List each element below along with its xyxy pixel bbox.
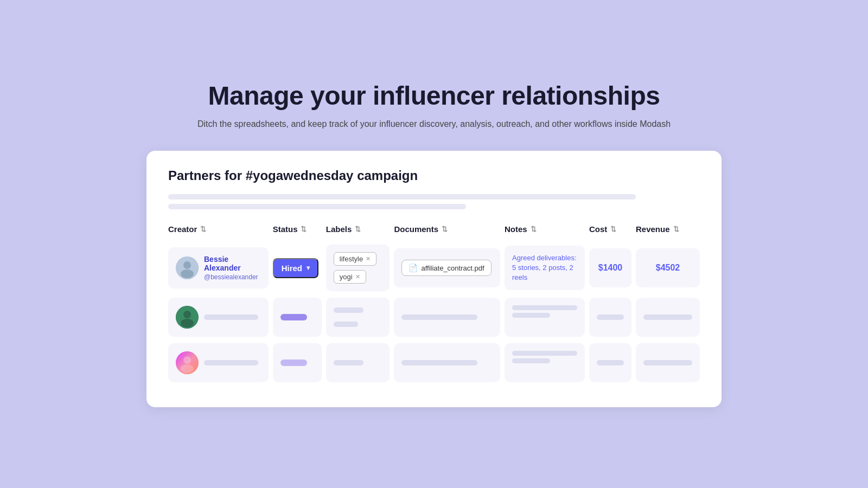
- cost-cell-2: [589, 294, 636, 340]
- th-notes[interactable]: Notes ⇅: [505, 224, 589, 241]
- revenue-value-1: $4502: [656, 263, 680, 273]
- label-yogi[interactable]: yogi ✕: [334, 270, 366, 284]
- revenue-cell-3: [636, 340, 700, 386]
- th-cost[interactable]: Cost ⇅: [589, 224, 636, 241]
- doc-placeholder-3: [401, 360, 477, 365]
- th-revenue[interactable]: Revenue ⇅: [636, 224, 700, 241]
- cost-value-1: $1400: [598, 263, 623, 273]
- labels-placeholder-3a: [334, 360, 363, 365]
- revenue-placeholder-2: [643, 314, 692, 320]
- svg-point-2: [181, 269, 194, 278]
- svg-point-8: [181, 364, 194, 373]
- cost-placeholder-3: [597, 360, 624, 365]
- card-title: Partners for #yogawednesday campaign: [168, 168, 700, 183]
- notes-cell-2: [505, 294, 589, 340]
- chevron-down-icon: ▾: [307, 264, 310, 272]
- labels-placeholder-2a: [334, 307, 363, 313]
- svg-point-7: [183, 356, 191, 364]
- search-bars: [168, 194, 700, 209]
- cost-filter-icon[interactable]: ⇅: [610, 225, 616, 233]
- remove-yogi-icon[interactable]: ✕: [355, 273, 360, 280]
- creator-name-1: Bessie Alexander: [204, 255, 261, 272]
- table-row: [168, 294, 700, 340]
- revenue-filter-icon[interactable]: ⇅: [673, 225, 679, 233]
- status-placeholder-3: [280, 359, 308, 366]
- th-documents[interactable]: Documents ⇅: [394, 224, 505, 241]
- status-placeholder-2: [280, 314, 308, 320]
- doc-affiliate-contract[interactable]: 📄 affiliate_contract.pdf: [401, 260, 491, 276]
- status-cell-2: [273, 294, 326, 340]
- cost-cell-1: $1400: [589, 241, 636, 294]
- page-title: Manage your influencer relationships: [208, 81, 660, 111]
- table-row: Bessie Alexander @bessiealexander Hired …: [168, 241, 700, 294]
- labels-cell-1: lifestyle ✕ yogi ✕: [326, 241, 394, 294]
- label-lifestyle[interactable]: lifestyle ✕: [334, 252, 376, 266]
- documents-cell-1: 📄 affiliate_contract.pdf: [394, 241, 505, 294]
- svg-point-1: [183, 261, 191, 269]
- notes-placeholder-2a: [512, 305, 577, 310]
- cost-placeholder-2: [597, 314, 624, 320]
- status-hired-button[interactable]: Hired ▾: [273, 258, 318, 278]
- notes-placeholder-3b: [512, 358, 550, 363]
- creator-cell-3: [168, 340, 273, 386]
- notes-placeholder-2b: [512, 313, 550, 318]
- creator-cell-2: [168, 294, 273, 340]
- notes-placeholder-3a: [512, 351, 577, 356]
- documents-filter-icon[interactable]: ⇅: [442, 225, 448, 233]
- main-card: Partners for #yogawednesday campaign Cre…: [146, 151, 722, 407]
- notes-cell-1: Agreed deliverables: 5 stories, 2 posts,…: [505, 241, 589, 294]
- remove-lifestyle-icon[interactable]: ✕: [366, 255, 371, 262]
- documents-cell-2: [394, 294, 505, 340]
- labels-placeholder-2b: [334, 322, 358, 327]
- documents-cell-3: [394, 340, 505, 386]
- doc-placeholder-2: [401, 314, 477, 320]
- labels-filter-icon[interactable]: ⇅: [355, 225, 361, 233]
- creator-handle-1: @bessiealexander: [204, 273, 261, 281]
- creator-placeholder-3: [204, 360, 258, 365]
- notes-cell-3: [505, 340, 589, 386]
- status-filter-icon[interactable]: ⇅: [301, 225, 307, 233]
- status-cell-1: Hired ▾: [273, 241, 326, 294]
- search-bar-2: [168, 204, 466, 209]
- avatar-3: [176, 351, 199, 374]
- svg-point-5: [181, 319, 194, 328]
- avatar-2: [176, 306, 199, 329]
- revenue-placeholder-3: [643, 360, 692, 365]
- labels-cell-3: [326, 340, 394, 386]
- table-row: [168, 340, 700, 386]
- creator-placeholder-2: [204, 314, 258, 320]
- page-subtitle: Ditch the spreadsheets, and keep track o…: [197, 119, 671, 129]
- avatar-1: [176, 256, 199, 279]
- document-icon: 📄: [409, 264, 418, 272]
- svg-point-4: [183, 311, 191, 318]
- th-labels[interactable]: Labels ⇅: [326, 224, 394, 241]
- labels-cell-2: [326, 294, 394, 340]
- notes-text-1: Agreed deliverables: 5 stories, 2 posts,…: [512, 253, 577, 283]
- th-creator[interactable]: Creator ⇅: [168, 224, 273, 241]
- th-status[interactable]: Status ⇅: [273, 224, 326, 241]
- revenue-cell-2: [636, 294, 700, 340]
- cost-cell-3: [589, 340, 636, 386]
- status-cell-3: [273, 340, 326, 386]
- revenue-cell-1: $4502: [636, 241, 700, 294]
- creator-cell-1: Bessie Alexander @bessiealexander: [168, 241, 273, 294]
- notes-filter-icon[interactable]: ⇅: [531, 225, 537, 233]
- influencer-table: Creator ⇅ Status ⇅ Labels ⇅: [168, 224, 700, 386]
- search-bar-1: [168, 194, 636, 200]
- creator-filter-icon[interactable]: ⇅: [200, 225, 206, 233]
